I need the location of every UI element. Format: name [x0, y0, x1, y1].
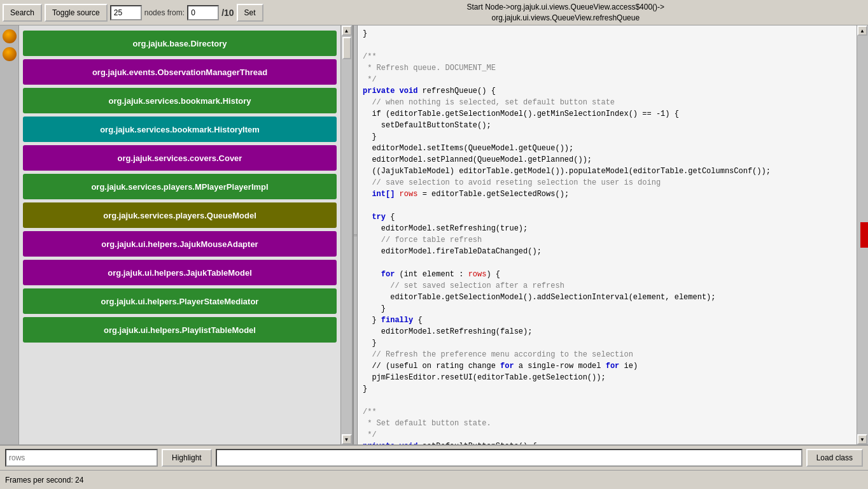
code-pre: } /** * Refresh queue. DOCUMENT_ME */ pr…: [363, 28, 851, 444]
side-icon-2[interactable]: [3, 47, 17, 61]
main-area: org.jajuk.base.Directoryorg.jajuk.events…: [0, 25, 868, 444]
scroll-up-btn[interactable]: ▲: [342, 25, 352, 36]
left-panel: org.jajuk.base.Directoryorg.jajuk.events…: [0, 25, 353, 444]
class-list-item[interactable]: org.jajuk.services.bookmark.HistoryItem: [23, 117, 337, 142]
scroll-down-btn[interactable]: ▼: [342, 434, 352, 444]
fps-text: Frames per second: 24: [5, 476, 83, 485]
panel-splitter[interactable]: ═: [353, 25, 358, 444]
class-list-item[interactable]: org.jajuk.ui.helpers.JajukTableModel: [23, 260, 337, 285]
search-button[interactable]: Search: [3, 4, 42, 22]
toolbar-title: Start Node->org.jajuk.ui.views.QueueView…: [266, 2, 865, 24]
left-scrollbar[interactable]: ▲ ▼: [340, 25, 352, 444]
load-class-button[interactable]: Load class: [806, 449, 863, 467]
toolbar: Search Toggle source nodes from: /10 Set…: [0, 0, 868, 25]
nodes-total: /10: [221, 8, 234, 18]
class-list-item[interactable]: org.jajuk.services.players.QueueModel: [23, 202, 337, 228]
side-icons-panel: [0, 25, 19, 444]
right-scroll-down-btn[interactable]: ▼: [857, 434, 867, 444]
class-list-item[interactable]: org.jajuk.services.bookmark.History: [23, 88, 337, 113]
class-list-item[interactable]: org.jajuk.services.players.MPlayerPlayer…: [23, 174, 337, 199]
scroll-thumb[interactable]: [342, 37, 351, 59]
highlight-button[interactable]: Highlight: [162, 449, 212, 467]
nodes-from-input[interactable]: [187, 5, 219, 20]
class-list-item[interactable]: org.jajuk.base.Directory: [23, 31, 337, 56]
code-view[interactable]: } /** * Refresh queue. DOCUMENT_ME */ pr…: [358, 25, 857, 444]
nodes-input[interactable]: [110, 5, 142, 20]
toggle-source-button[interactable]: Toggle source: [45, 4, 108, 22]
class-input[interactable]: [216, 449, 802, 467]
set-button[interactable]: Set: [237, 4, 263, 22]
right-scroll-up-btn[interactable]: ▲: [857, 25, 867, 36]
class-list-item[interactable]: org.jajuk.events.ObservationManagerThrea…: [23, 59, 337, 85]
red-tab[interactable]: [860, 222, 868, 248]
right-panel: } /** * Refresh queue. DOCUMENT_ME */ pr…: [358, 25, 868, 444]
class-list-item[interactable]: org.jajuk.ui.helpers.PlaylistTableModel: [23, 317, 337, 343]
class-list-item[interactable]: org.jajuk.services.covers.Cover: [23, 145, 337, 171]
nodes-label: nodes from:: [144, 8, 185, 17]
side-icon-1[interactable]: [3, 29, 17, 43]
class-list: org.jajuk.base.Directoryorg.jajuk.events…: [19, 25, 340, 444]
class-list-item[interactable]: org.jajuk.ui.helpers.PlayerStateMediator: [23, 288, 337, 314]
search-rows-input[interactable]: [5, 449, 158, 467]
bottom-bar: Highlight Load class: [0, 444, 868, 470]
class-list-item[interactable]: org.jajuk.ui.helpers.JajukMouseAdapter: [23, 231, 337, 257]
fps-bar: Frames per second: 24: [0, 470, 868, 489]
